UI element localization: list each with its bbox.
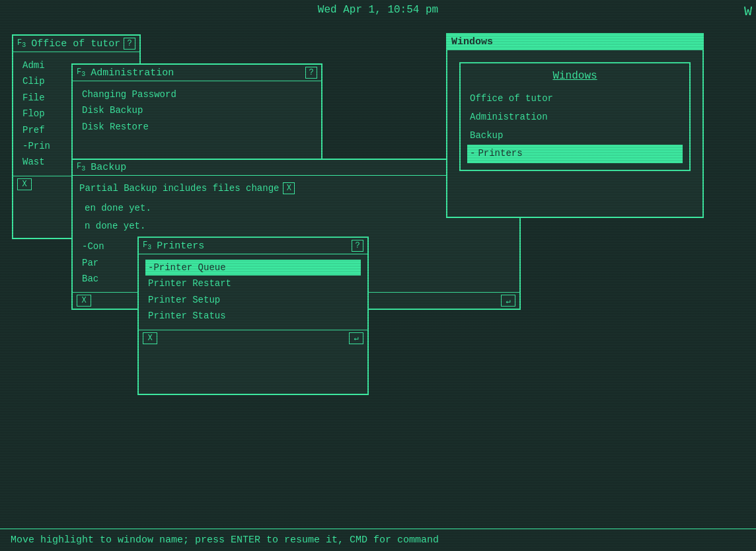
printers-title-text: Printers xyxy=(157,240,349,252)
admin-disk-restore[interactable]: Disk Restore xyxy=(79,119,315,135)
windows-list-item-admin[interactable]: Administration xyxy=(467,108,683,127)
admin-content: Changing Password Disk Backup Disk Resto… xyxy=(73,81,321,140)
windows-list-window: Windows Windows Office of tutor Administ… xyxy=(446,33,704,218)
printers-close-button[interactable]: X xyxy=(143,332,157,344)
windows-list-content-area: Windows Office of tutor Administration B… xyxy=(447,50,702,183)
backup-close-button[interactable]: X xyxy=(77,295,91,307)
windows-list-item-backup[interactable]: Backup xyxy=(467,127,683,145)
printers-dash-marker: - xyxy=(470,146,475,162)
office-title-bar[interactable]: F3 Office of tutor ? xyxy=(13,36,139,52)
office-close-button[interactable]: X xyxy=(17,178,32,190)
windows-list-box: Windows Office of tutor Administration B… xyxy=(459,62,691,171)
printers-title-icon: F3 xyxy=(143,240,151,251)
printers-footer: X ↵ xyxy=(139,330,367,346)
taskbar: Wed Apr 1, 10:54 pm xyxy=(0,0,756,20)
printers-content: -Printer Queue Printer Restart Printer S… xyxy=(139,254,367,330)
corner-w-icon[interactable]: W xyxy=(744,4,752,19)
backup-sub-text2: n done yet. xyxy=(85,221,145,231)
admin-title-bar[interactable]: F3 Administration ? xyxy=(73,65,321,81)
admin-changing-password[interactable]: Changing Password xyxy=(79,87,315,102)
admin-disk-backup[interactable]: Disk Backup xyxy=(79,102,315,118)
printers-menu-queue[interactable]: -Printer Queue xyxy=(145,260,361,276)
admin-title-text: Administration xyxy=(91,67,303,79)
admin-title-icon: F3 xyxy=(77,67,85,78)
office-help-button[interactable]: ? xyxy=(124,38,135,50)
windows-list-title-text: Windows xyxy=(451,36,699,48)
backup-title-icon: F3 xyxy=(77,162,85,172)
backup-sub-text1: en done yet. xyxy=(85,203,151,213)
printers-menu-setup[interactable]: Printer Setup xyxy=(145,292,361,308)
printers-title-bar[interactable]: F3 Printers ? xyxy=(139,238,367,254)
status-bar: Move highlight to window name; press ENT… xyxy=(0,529,756,551)
office-title-icon: F3 xyxy=(17,38,26,49)
backup-resize-button[interactable]: ↵ xyxy=(501,295,515,307)
datetime-label: Wed Apr 1, 10:54 pm xyxy=(318,4,438,16)
office-title-text: Office of tutor xyxy=(31,38,121,50)
printers-menu-status[interactable]: Printer Status xyxy=(145,308,361,324)
windows-list-header: Windows xyxy=(467,70,683,82)
printers-help-button[interactable]: ? xyxy=(352,240,363,252)
backup-close-x[interactable]: X xyxy=(283,182,295,194)
printers-resize-button[interactable]: ↵ xyxy=(349,332,363,344)
printers-window: F3 Printers ? -Printer Queue Printer Res… xyxy=(137,237,369,395)
status-text: Move highlight to window name; press ENT… xyxy=(11,534,439,546)
windows-list-printers-label: Printers xyxy=(478,146,522,162)
admin-help-button[interactable]: ? xyxy=(305,67,317,79)
backup-partial-text: Partial Backup includes files change xyxy=(79,181,279,196)
windows-list-title-bar[interactable]: Windows xyxy=(447,34,702,50)
printers-menu-restart[interactable]: Printer Restart xyxy=(145,276,361,291)
windows-list-item-printers[interactable]: - Printers xyxy=(467,145,683,163)
windows-list-item-office[interactable]: Office of tutor xyxy=(467,90,683,108)
